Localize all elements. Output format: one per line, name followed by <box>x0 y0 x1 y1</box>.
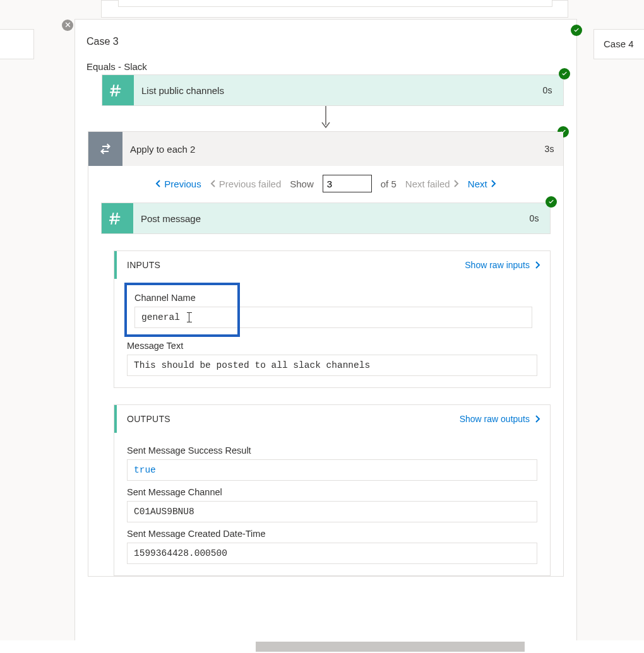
check-icon <box>559 68 570 79</box>
message-text-value: This should be posted to all slack chann… <box>127 355 537 376</box>
message-text-label: Message Text <box>127 341 537 351</box>
check-icon <box>546 196 557 208</box>
step-title: List public channels <box>134 75 532 105</box>
channel-name-label: Channel Name <box>134 293 230 303</box>
slack-icon <box>102 203 133 233</box>
step-title: Post message <box>133 203 518 233</box>
case3-panel: Case 3 Equals - Slack List public channe… <box>75 19 577 650</box>
next-button[interactable]: Next <box>468 179 496 189</box>
outputs-header: OUTPUTS Show raw outputs <box>114 405 550 433</box>
previous-button[interactable]: Previous <box>155 179 201 189</box>
case3-title: Case 3 <box>75 31 576 61</box>
arrow-down-icon <box>75 106 576 131</box>
horizontal-scrollbar[interactable] <box>0 640 644 653</box>
step-post-message[interactable]: Post message 0s <box>101 203 551 234</box>
case-card-case4[interactable]: Case 4 <box>593 29 644 59</box>
step-list-public-channels[interactable]: List public channels 0s <box>102 74 564 106</box>
loop-icon <box>88 132 122 166</box>
channel-name-value: general <box>134 307 532 328</box>
apply-to-each-header[interactable]: Apply to each 2 3s <box>88 132 563 166</box>
outputs-label: OUTPUTS <box>127 414 170 424</box>
step-time: 3s <box>535 132 563 166</box>
case-card-peek-left <box>0 29 34 59</box>
inputs-label: INPUTS <box>127 260 160 270</box>
slack-icon <box>102 75 134 105</box>
post-message-action: Post message 0s <box>101 203 551 234</box>
show-label: Show <box>290 179 314 189</box>
sent-channel-value: C01AUS9BNU8 <box>127 501 537 522</box>
previous-failed-button[interactable]: Previous failed <box>210 179 282 189</box>
text-caret-icon <box>189 312 189 322</box>
close-icon[interactable]: ✕ <box>62 20 73 31</box>
success-value: true <box>127 459 537 481</box>
iteration-input[interactable] <box>323 175 372 192</box>
sent-datetime-label: Sent Message Created Date-Time <box>127 529 537 539</box>
check-icon <box>571 25 582 36</box>
apply-to-each-panel: Apply to each 2 3s Previous Previous fai… <box>88 131 564 577</box>
prev-step-inner-stub <box>118 0 552 7</box>
prev-step-card-stub <box>101 0 568 18</box>
scroll-thumb[interactable] <box>256 642 525 652</box>
of-total: of 5 <box>381 179 397 189</box>
iteration-pager: Previous Previous failed Show of 5 Next … <box>88 166 563 203</box>
equals-label: Equals - Slack <box>75 61 576 74</box>
inputs-section: INPUTS Show raw inputs Channel Name gene… <box>114 250 551 388</box>
success-label: Sent Message Success Result <box>127 445 537 456</box>
outputs-section: OUTPUTS Show raw outputs Sent Message Su… <box>114 404 551 576</box>
show-raw-outputs-button[interactable]: Show raw outputs <box>460 414 541 424</box>
next-failed-button[interactable]: Next failed <box>405 179 459 189</box>
sent-channel-label: Sent Message Channel <box>127 487 537 497</box>
step-time: 0s <box>518 203 550 233</box>
step-title: Apply to each 2 <box>122 132 535 166</box>
sent-datetime-value: 1599364428.000500 <box>127 543 537 564</box>
step-time: 0s <box>532 75 563 105</box>
case4-label: Case 4 <box>604 38 634 49</box>
inputs-header: INPUTS Show raw inputs <box>114 251 550 279</box>
show-raw-inputs-button[interactable]: Show raw inputs <box>465 260 541 270</box>
